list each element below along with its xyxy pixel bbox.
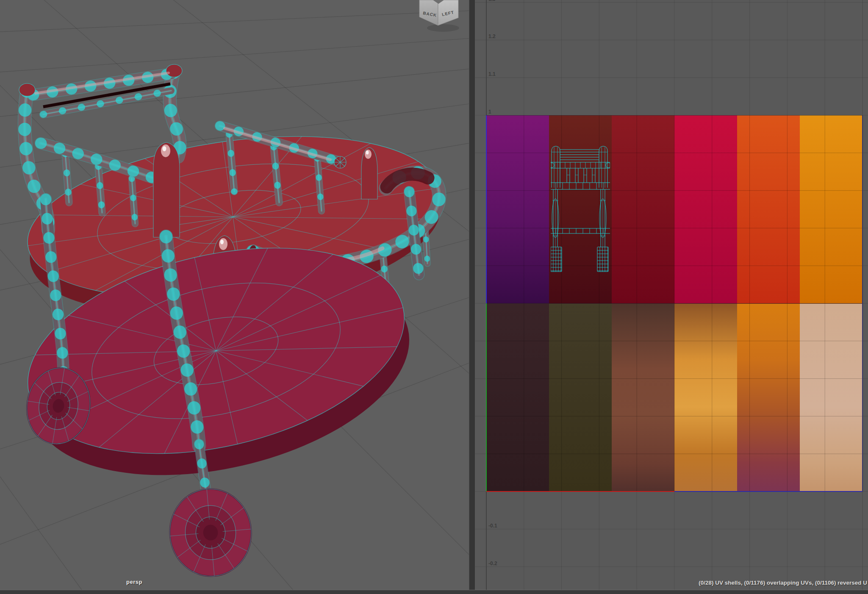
view-cube[interactable]: BACK LEFT (419, 0, 461, 34)
bottom-bar (0, 590, 868, 594)
uv-shell-wireframe[interactable] (551, 145, 610, 273)
rail-end-cap (334, 156, 346, 168)
uv-border-top (486, 115, 862, 116)
axis-tick-label: -0.1 (488, 523, 497, 529)
uv-statistics-text: (0/28) UV shells, (0/1176) overlapping U… (699, 580, 867, 586)
u-axis-red (486, 491, 674, 492)
uv-border-bottom-right (674, 491, 862, 492)
axis-tick-label: 1 (488, 109, 491, 115)
uv-border-left-upper (486, 115, 487, 303)
axis-tick-label: 1.1 (488, 71, 496, 77)
maya-workspace: BACK LEFT persp 1.31.21.11-0.1-0.2 (0/28… (0, 0, 868, 594)
uv-editor-panel[interactable]: 1.31.21.11-0.1-0.2 (475, 0, 868, 594)
v-axis-green (486, 303, 487, 491)
texture-seam-line (486, 303, 862, 304)
perspective-viewport[interactable]: BACK LEFT persp (0, 0, 469, 594)
uv-border-right (862, 115, 863, 491)
axis-tick-label: 1.2 (488, 33, 496, 39)
axis-tick-label: 1.3 (488, 0, 496, 2)
uv-texture-area[interactable] (486, 115, 862, 491)
camera-label: persp (126, 579, 142, 585)
axis-tick-label: -0.2 (488, 561, 497, 566)
tea-cart-model[interactable] (8, 64, 451, 580)
front-wheel (166, 486, 255, 580)
